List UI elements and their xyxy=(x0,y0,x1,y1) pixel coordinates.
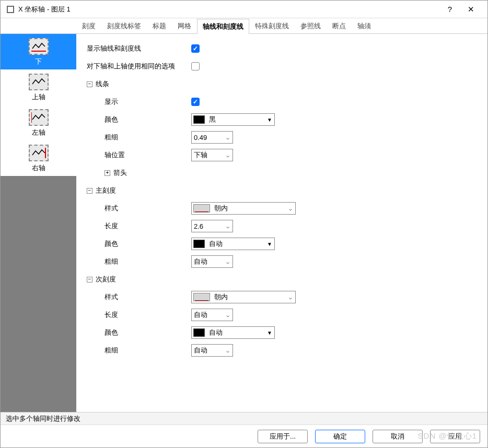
axis-pos-dropdown[interactable]: 下轴 ⌵ xyxy=(191,149,233,161)
color-swatch-icon xyxy=(193,328,205,337)
axis-pos-label: 轴位置 xyxy=(87,150,191,160)
axis-icon xyxy=(29,74,49,90)
line-show-label: 显示 xyxy=(87,97,191,107)
axis-icon xyxy=(29,38,49,55)
same-opts-checkbox[interactable] xyxy=(191,62,200,70)
major-len-dropdown[interactable]: 2.6 ⌵ xyxy=(191,220,233,232)
minor-style-dropdown[interactable]: 朝内 ⌵ xyxy=(191,291,296,303)
major-thick-label: 粗细 xyxy=(87,257,191,266)
chevron-down-icon: ⌵ xyxy=(286,294,295,300)
chevron-down-icon: ⌵ xyxy=(223,135,233,140)
color-swatch-icon xyxy=(193,240,205,248)
minor-len-dropdown[interactable]: 自动 ⌵ xyxy=(191,309,233,321)
chevron-down-icon: ▼ xyxy=(265,117,274,123)
major-style-dropdown[interactable]: 朝内 ⌵ xyxy=(191,202,296,215)
collapse-icon[interactable]: − xyxy=(87,81,92,87)
sidebar-item-bottom[interactable]: 下 xyxy=(1,34,76,69)
apply-to-button[interactable]: 应用于... xyxy=(258,430,308,443)
tab-bar: 刻度 刻度线标签 标题 网格 轴线和刻度线 特殊刻度线 参照线 断点 轴须 xyxy=(1,18,487,34)
tab-rug[interactable]: 轴须 xyxy=(352,18,377,33)
section-line: −线条 xyxy=(87,79,191,89)
tick-preview-icon xyxy=(193,293,210,301)
tab-tick-labels[interactable]: 刻度线标签 xyxy=(101,18,147,33)
same-opts-label: 对下轴和上轴使用相同的选项 xyxy=(87,62,191,71)
chevron-down-icon: ⌵ xyxy=(223,312,233,318)
tab-special-ticks[interactable]: 特殊刻度线 xyxy=(249,18,295,33)
major-style-label: 样式 xyxy=(87,204,191,213)
chevron-down-icon: ⌵ xyxy=(223,348,233,353)
chevron-down-icon: ⌵ xyxy=(286,206,295,211)
tab-scale[interactable]: 刻度 xyxy=(76,18,101,33)
tab-title[interactable]: 标题 xyxy=(147,18,172,33)
line-color-dropdown[interactable]: 黑 ▼ xyxy=(191,113,275,126)
cancel-button[interactable]: 取消 xyxy=(373,430,423,443)
tab-grid[interactable]: 网格 xyxy=(172,18,197,33)
minor-thick-label: 粗细 xyxy=(87,346,191,355)
minor-style-label: 样式 xyxy=(87,292,191,302)
major-color-dropdown[interactable]: 自动 ▼ xyxy=(191,238,275,250)
major-thick-dropdown[interactable]: 自动 ⌵ xyxy=(191,255,233,268)
sidebar-item-label: 上轴 xyxy=(32,92,45,102)
sidebar-item-label: 右轴 xyxy=(32,163,45,173)
line-show-checkbox[interactable] xyxy=(191,98,200,106)
chevron-down-icon: ⌵ xyxy=(223,259,233,265)
settings-panel: 显示轴线和刻度线 对下轴和上轴使用相同的选项 −线条 显示 颜色 黑 ▼ xyxy=(76,34,487,412)
axis-sidebar: 下 上轴 左轴 右轴 xyxy=(1,34,76,412)
tick-preview-icon xyxy=(193,204,210,213)
sidebar-item-left[interactable]: 左轴 xyxy=(1,105,76,140)
chevron-down-icon: ▼ xyxy=(265,330,274,336)
minor-color-dropdown[interactable]: 自动 ▼ xyxy=(191,326,275,339)
expand-icon[interactable]: + xyxy=(104,170,110,176)
dialog-window: X 坐标轴 - 图层 1 ? ✕ 刻度 刻度线标签 标题 网格 轴线和刻度线 特… xyxy=(0,0,488,448)
color-swatch-icon xyxy=(193,115,205,124)
collapse-icon[interactable]: − xyxy=(87,277,92,282)
dialog-footer: 应用于... 确定 取消 应用 SDN @怡及心1 xyxy=(1,425,487,447)
chevron-down-icon: ▼ xyxy=(265,241,274,247)
minor-color-label: 颜色 xyxy=(87,328,191,337)
axis-icon xyxy=(29,145,49,161)
major-len-label: 长度 xyxy=(87,221,191,231)
axis-icon xyxy=(29,109,49,126)
line-color-label: 颜色 xyxy=(87,115,191,124)
chevron-down-icon: ⌵ xyxy=(223,223,233,229)
dialog-body: 下 上轴 左轴 右轴 显示 xyxy=(1,34,487,412)
sidebar-item-label: 下 xyxy=(35,57,42,66)
sidebar-item-top[interactable]: 上轴 xyxy=(1,69,76,105)
status-text: 选中多个轴同时进行修改 xyxy=(6,415,80,422)
show-axis-label: 显示轴线和刻度线 xyxy=(87,44,191,53)
sidebar-item-label: 左轴 xyxy=(32,128,45,137)
show-axis-checkbox[interactable] xyxy=(191,44,200,53)
close-button[interactable]: ✕ xyxy=(460,5,481,14)
apply-button[interactable]: 应用 xyxy=(430,430,480,443)
app-icon xyxy=(7,6,14,13)
line-thick-label: 粗细 xyxy=(87,133,191,142)
arrow-section: +箭头 xyxy=(87,168,191,178)
major-color-label: 颜色 xyxy=(87,239,191,249)
sidebar-item-right[interactable]: 右轴 xyxy=(1,140,76,176)
tab-breaks[interactable]: 断点 xyxy=(327,18,352,33)
chevron-down-icon: ⌵ xyxy=(223,152,233,158)
section-minor: −次刻度 xyxy=(87,275,191,284)
ok-button[interactable]: 确定 xyxy=(315,430,365,443)
help-button[interactable]: ? xyxy=(439,5,460,14)
window-title: X 坐标轴 - 图层 1 xyxy=(18,5,439,14)
titlebar: X 坐标轴 - 图层 1 ? ✕ xyxy=(1,1,487,18)
tab-reference[interactable]: 参照线 xyxy=(295,18,327,33)
collapse-icon[interactable]: − xyxy=(87,188,92,194)
tab-line-ticks[interactable]: 轴线和刻度线 xyxy=(197,19,249,34)
line-thick-dropdown[interactable]: 0.49 ⌵ xyxy=(191,131,233,144)
minor-len-label: 长度 xyxy=(87,310,191,320)
section-major: −主刻度 xyxy=(87,186,191,195)
minor-thick-dropdown[interactable]: 自动 ⌵ xyxy=(191,344,233,357)
status-bar: 选中多个轴同时进行修改 xyxy=(1,412,487,425)
